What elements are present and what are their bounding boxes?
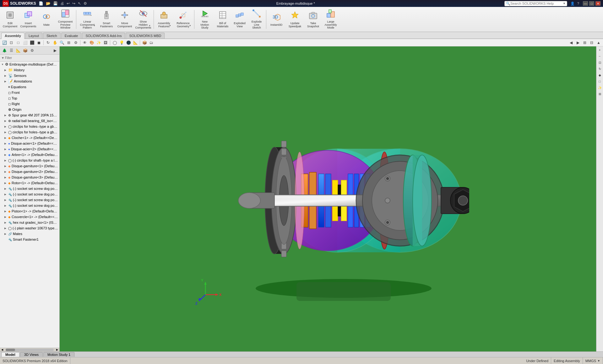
t2-prev-btn[interactable]: ◀ — [568, 40, 574, 46]
show-hidden-button[interactable]: ShowHiddenComponents — [134, 8, 152, 31]
view-selector-btn[interactable]: 🗂 — [148, 40, 155, 46]
tree-item-hex-nut[interactable]: ▶ 🔩 hex nut gradec_iso<1> (ISO - 4034 - … — [0, 220, 59, 225]
zoom-fit-btn[interactable]: ⊡ — [8, 40, 14, 46]
tree-item-disque-acier2[interactable]: ▶ ● Disque-acier<2> (Default<<Default>..… — [0, 146, 59, 152]
tree-item-socket4[interactable]: ▶ 🔩 (-) socket set screw dog point_iso<4… — [0, 203, 59, 208]
shaded-btn[interactable]: ⬛ — [29, 40, 35, 46]
t2-collapse-btn[interactable]: ⊟ — [589, 40, 595, 46]
tree-item-dg2[interactable]: ▶ ◆ Disque-garniture<2> (Default<<Defau.… — [0, 169, 59, 174]
exploded-view-button[interactable]: ExplodedView — [231, 8, 248, 31]
tree-item-origin[interactable]: ⊕ Origin — [0, 107, 59, 112]
zoom-btn[interactable]: 🔍 — [59, 40, 65, 46]
tree-item-socket1[interactable]: ▶ 🔩 (-) socket set screw dog point_iso<1… — [0, 186, 59, 191]
new-motion-study-button[interactable]: NewMotionStudy — [196, 8, 214, 31]
tree-item-top[interactable]: ◻ Top — [0, 95, 59, 101]
rm-section[interactable]: ⊞ — [597, 91, 603, 97]
search-input[interactable] — [510, 2, 563, 5]
close-button[interactable]: ✕ — [595, 1, 600, 6]
assembly-features-button[interactable]: AssemblyFeatures — [155, 8, 173, 31]
appearance-btn[interactable]: ✨ — [95, 40, 102, 46]
decal-btn[interactable]: 🖼 — [102, 40, 109, 46]
expand-panel-btn[interactable]: ▶ — [52, 47, 58, 54]
tab-model[interactable]: Model — [1, 352, 19, 357]
tree-item-front[interactable]: ◻ Front — [0, 90, 59, 95]
tree-item-right[interactable]: ◻ Right — [0, 101, 59, 107]
tab-layout[interactable]: Layout — [25, 33, 42, 39]
shadows-btn[interactable]: 🌑 — [125, 40, 132, 46]
insert-components-button[interactable]: InsertComponents — [19, 8, 37, 31]
bill-of-materials-button[interactable]: Bill ofMaterials — [215, 8, 231, 31]
new-icon[interactable]: 📄 — [39, 1, 43, 6]
help-icon[interactable]: ? — [577, 2, 579, 5]
t2-expand-btn[interactable]: ⊞ — [582, 40, 588, 46]
realview-btn[interactable]: 💡 — [118, 40, 125, 46]
display-manager-tab[interactable]: ⚙ — [29, 47, 35, 54]
tree-item-dg3[interactable]: ▶ ◆ Disque-garniture<3> (Default<<Defau.… — [0, 174, 59, 180]
tab-evaluate[interactable]: Evaluate — [61, 33, 82, 39]
units-section[interactable]: MMGS ▼ — [583, 357, 603, 364]
smart-fasteners-button[interactable]: SmartFasteners — [98, 8, 115, 31]
rm-zoom-out[interactable]: − — [597, 53, 603, 59]
rm-view-iso[interactable]: ◆ — [597, 72, 603, 78]
tree-item-radial-ball[interactable]: ▶ ⚙ radial ball bearing_68_iso<3> (ISO 1… — [0, 118, 59, 124]
component-color-btn[interactable]: 🎨 — [89, 40, 95, 46]
tab-3d-views[interactable]: 3D Views — [20, 352, 43, 357]
hide-show-btn[interactable]: 👁 — [82, 40, 88, 46]
rm-rotate[interactable]: ↻ — [597, 66, 603, 72]
tree-item-plain-washer[interactable]: ▶ ◯ (-) plain washer 10673 type snl_iso<… — [0, 225, 59, 231]
section-view-btn[interactable]: ⊞ — [66, 40, 72, 46]
tree-item-socket3[interactable]: ▶ 🔩 (-) socket set screw dog point_iso<3… — [0, 197, 59, 203]
view-setting-btn[interactable]: ⚙ — [73, 40, 79, 46]
t2-next-btn[interactable]: ▶ — [575, 40, 581, 46]
save-icon[interactable]: 💾 — [53, 1, 58, 6]
tree-item-cloche[interactable]: ▶ ◆ Cloche<1> -> (Default<<Default>_Ph..… — [0, 135, 59, 141]
instant3d-button[interactable]: 3D Instant3D — [268, 8, 285, 31]
tree-item-circlips-shaft[interactable]: ▶ ◯ (-) circlips for shaft--type a large… — [0, 158, 59, 163]
rm-view-front[interactable]: □ — [597, 78, 603, 84]
rm-appearance[interactable]: ✨ — [597, 85, 603, 90]
tree-item-arbre[interactable]: ▶ ◆ Arbre<1> -> (Default<Default>_Pho... — [0, 152, 59, 158]
tree-item-socket2[interactable]: ▶ 🔩 (-) socket set screw dog point_iso<2… — [0, 191, 59, 197]
redo-icon[interactable]: ↪ — [72, 1, 75, 6]
tree-item-sensors[interactable]: ▶ 📡 Sensors — [0, 73, 59, 78]
tree-item-couvercle[interactable]: ▶ ◆ Couvercle<1> -> (Default<<Default>..… — [0, 214, 59, 220]
component-preview-button[interactable]: ComponentPreviewWindow — [56, 8, 75, 31]
maximize-button[interactable]: □ — [589, 1, 594, 6]
tree-item-circlips1[interactable]: ▶ ◯ circlips for holes--type a gb<1> (GB… — [0, 124, 59, 129]
feature-tree[interactable]: ▼ ⚙ Embrayage-multidisque (Default<Defau… — [0, 62, 59, 348]
move-component-button[interactable]: MoveComponent — [116, 8, 133, 31]
dim-expert-tab[interactable]: 📦 — [22, 47, 28, 54]
scroll-right-arrow[interactable]: ▶ — [55, 348, 59, 351]
search-dropdown-icon[interactable]: ▼ — [563, 2, 566, 5]
view-orientation-btn[interactable]: 🔄 — [1, 40, 8, 46]
user-icon[interactable]: 👤 — [570, 2, 575, 6]
shaded-edges-btn[interactable]: ◼ — [36, 40, 42, 46]
update-speedpak-button[interactable]: UpdateSpeedpak — [286, 8, 304, 31]
open-icon[interactable]: 📂 — [46, 1, 51, 6]
config-manager-tab[interactable]: 📐 — [15, 47, 21, 54]
property-manager-tab[interactable]: ☰ — [8, 47, 14, 54]
tree-item-spur-gear[interactable]: ▶ ⚙ Spur gear 4M 20T 20PA 15FW<1> (De... — [0, 112, 59, 118]
tree-item-dg1[interactable]: ▶ ◆ Disque-garniture<1> (Default<<Defa..… — [0, 163, 59, 169]
select-icon[interactable]: ↖ — [78, 1, 81, 6]
tree-item-disque-acier1[interactable]: ▶ ● Disque-acier<1> (Default<<Default>..… — [0, 141, 59, 146]
pan-btn[interactable]: ✋ — [52, 40, 58, 46]
left-panel-scroll[interactable]: ◀ ▶ — [0, 348, 59, 351]
large-assembly-button[interactable]: LargeAssemblyMode — [322, 8, 339, 31]
tree-item-piston[interactable]: ▶ ◆ Piston<1> -> (Default<Default>_Pho..… — [0, 208, 59, 214]
explode-line-button[interactable]: ExplodeLineSketch — [248, 8, 265, 31]
tab-motion-study[interactable]: Motion Study 1 — [43, 352, 74, 357]
tab-assembly[interactable]: Assembly — [1, 33, 24, 39]
tree-item-equations[interactable]: = Equations — [0, 84, 59, 90]
hidden-lines-btn[interactable]: ⬜ — [22, 40, 28, 46]
tree-item-rotor[interactable]: ▶ ◆ Rotor<1> -> (Default<Default>_Pho... — [0, 180, 59, 186]
t2-up-btn[interactable]: ▲ — [595, 40, 602, 46]
wireframe-btn[interactable]: □ — [15, 40, 21, 46]
minimize-button[interactable]: — — [583, 1, 588, 6]
tree-item-mates[interactable]: ▶ 🔗 Mates — [0, 231, 59, 237]
tree-root[interactable]: ▼ ⚙ Embrayage-multidisque (Default<Defau… — [0, 62, 59, 67]
tree-item-circlips2[interactable]: ▶ ◯ circlips for holes--type a gb<2> (GB… — [0, 129, 59, 135]
undo-icon[interactable]: ↩ — [67, 1, 70, 6]
3d-viewport[interactable]: X Y Z — [60, 46, 596, 351]
edit-component-button[interactable]: EditComponent — [1, 8, 19, 31]
